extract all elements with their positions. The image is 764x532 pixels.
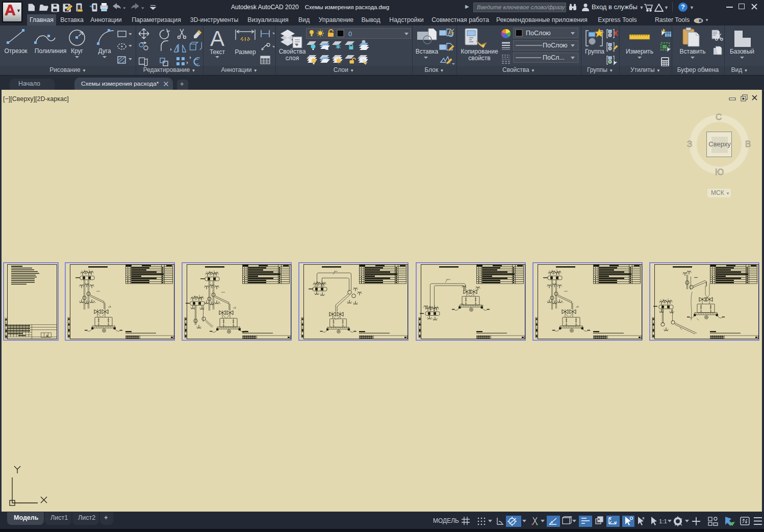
svg-text:ПоСлою: ПоСлою xyxy=(543,42,568,49)
svg-text:A: A xyxy=(46,334,48,338)
svg-text:Полилиния: Полилиния xyxy=(35,47,66,55)
svg-text:Размер: Размер xyxy=(235,48,256,56)
svg-text:A: A xyxy=(210,28,224,50)
svg-text:Отрезок: Отрезок xyxy=(4,47,28,55)
svg-text:Дуга: Дуга xyxy=(98,47,111,55)
svg-text:ПоСл...: ПоСл... xyxy=(543,54,565,61)
svg-text:Текст: Текст xyxy=(210,48,225,56)
svg-text:0: 0 xyxy=(348,30,352,38)
svg-text:1:1: 1:1 xyxy=(659,518,667,524)
svg-text:ПоСлою: ПоСлою xyxy=(526,30,551,37)
svg-text:Круг: Круг xyxy=(71,47,84,55)
